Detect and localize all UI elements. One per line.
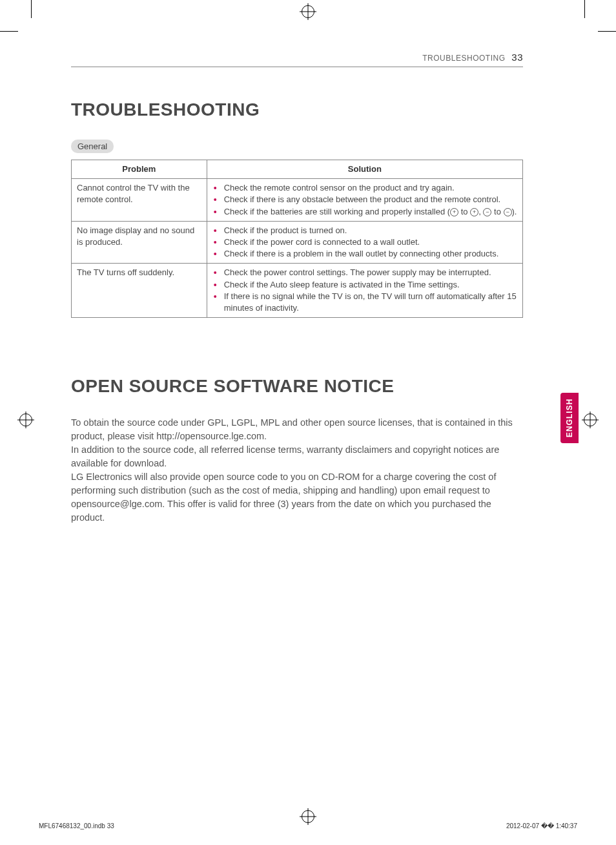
- registration-mark-icon: [302, 810, 314, 823]
- solution-item: Check if there is any obstacle between t…: [221, 194, 517, 205]
- col-header-problem: Problem: [72, 160, 207, 179]
- solution-item: Check the power control settings. The po…: [221, 267, 517, 278]
- problem-cell: The TV turns off suddenly.: [72, 264, 207, 318]
- heading-open-source: OPEN SOURCE SOFTWARE NOTICE: [71, 376, 523, 397]
- category-tag: General: [71, 140, 114, 153]
- heading-troubleshooting: TROUBLESHOOTING: [71, 99, 523, 120]
- table-row: No image display and no sound is produce…: [72, 221, 523, 264]
- troubleshooting-table: Problem Solution Cannot control the TV w…: [71, 160, 523, 318]
- plus-icon: +: [450, 208, 458, 216]
- solution-cell: Check the remote control sensor on the p…: [207, 179, 522, 222]
- crop-mark: [598, 31, 616, 32]
- notice-body: To obtain the source code under GPL, LGP…: [71, 416, 523, 525]
- table-row: The TV turns off suddenly. Check the pow…: [72, 264, 523, 318]
- minus-icon: −: [504, 208, 512, 216]
- plus-icon: +: [470, 208, 478, 216]
- solution-item: Check if the product is turned on.: [221, 225, 517, 236]
- notice-paragraph: LG Electronics will also provide open so…: [71, 472, 496, 523]
- page-number: 33: [511, 52, 523, 63]
- registration-mark-icon: [584, 413, 597, 426]
- solution-cell: Check if the product is turned on. Check…: [207, 221, 522, 264]
- solution-item: If there is no signal while the TV is on…: [221, 291, 517, 314]
- language-tab: ENGLISH: [560, 393, 579, 443]
- crop-mark: [0, 31, 18, 32]
- footer-file: MFL67468132_00.indb 33: [39, 822, 114, 829]
- running-header: TROUBLESHOOTING 33: [71, 52, 523, 67]
- solution-cell: Check the power control settings. The po…: [207, 264, 522, 318]
- print-footer: MFL67468132_00.indb 33 2012-02-07 �� 1:4…: [39, 822, 577, 829]
- header-section: TROUBLESHOOTING: [422, 54, 505, 63]
- page-content: TROUBLESHOOTING 33 TROUBLESHOOTING Gener…: [71, 52, 523, 525]
- notice-paragraph: In addition to the source code, all refe…: [71, 444, 499, 468]
- solution-item: Check if the Auto sleep feature is activ…: [221, 279, 517, 291]
- registration-mark-icon: [19, 413, 32, 426]
- minus-icon: −: [483, 208, 491, 216]
- problem-cell: Cannot control the TV with the remote co…: [72, 179, 207, 222]
- solution-item: Check if the batteries are still working…: [221, 206, 517, 218]
- col-header-solution: Solution: [207, 160, 522, 179]
- solution-item: Check if there is a problem in the wall …: [221, 248, 517, 260]
- footer-timestamp: 2012-02-07 �� 1:40:37: [506, 822, 577, 829]
- table-row: Cannot control the TV with the remote co…: [72, 179, 523, 222]
- solution-item: Check the remote control sensor on the p…: [221, 182, 517, 194]
- registration-mark-icon: [302, 5, 314, 18]
- solution-item: Check if the power cord is connected to …: [221, 236, 517, 248]
- notice-paragraph: To obtain the source code under GPL, LGP…: [71, 417, 513, 441]
- problem-cell: No image display and no sound is produce…: [72, 221, 207, 264]
